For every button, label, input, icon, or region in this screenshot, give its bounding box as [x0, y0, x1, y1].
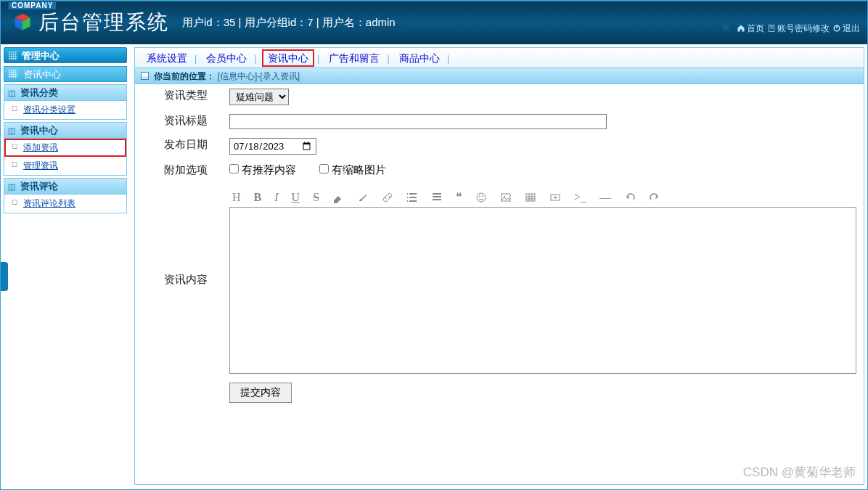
nav-system[interactable]: 系统设置	[142, 51, 192, 65]
note-icon	[767, 24, 776, 33]
menu-icon: ≡	[723, 22, 729, 35]
company-tag: COMPANY	[8, 1, 57, 10]
sidebar-item-comment-list[interactable]: 资讯评论列表	[4, 195, 126, 213]
password-label: 账号密码修改	[777, 23, 830, 35]
code-icon[interactable]: >_	[574, 191, 586, 204]
sidebar-group-comments: 资讯评论 资讯评论列表	[4, 178, 127, 213]
main-panel: 系统设置| 会员中心| 资讯中心| 广告和留言| 商品中心| 你当前的位置： […	[134, 47, 864, 485]
home-icon	[737, 24, 745, 33]
checkbox-thumb[interactable]	[319, 164, 329, 173]
home-label: 首页	[747, 23, 764, 35]
checkbox-recommend[interactable]	[229, 164, 239, 173]
select-type[interactable]: 疑难问题	[229, 89, 289, 105]
svg-rect-11	[501, 194, 510, 201]
home-link[interactable]: 首页	[737, 23, 764, 35]
top-nav: 系统设置| 会员中心| 资讯中心| 广告和留言| 商品中心|	[135, 48, 864, 68]
quote-icon[interactable]: ❝	[456, 190, 462, 204]
align-icon[interactable]	[431, 192, 443, 203]
video-icon[interactable]	[549, 192, 561, 203]
bold-icon[interactable]: B	[254, 191, 262, 204]
label-date: 发布日期	[135, 134, 222, 159]
system-title: 后台管理系统	[38, 9, 169, 36]
breadcrumb-label: 你当前的位置：	[154, 71, 215, 81]
label-content: 资讯内容	[135, 181, 222, 378]
sidebar-group-news-cat: 资讯分类 资讯分类设置	[4, 84, 127, 120]
power-icon	[832, 24, 841, 33]
group-head[interactable]: 资讯分类	[4, 85, 126, 101]
breadcrumb: 你当前的位置： [信息中心]-[录入资讯]	[135, 68, 864, 84]
underline-icon[interactable]: U	[292, 191, 300, 204]
emoji-icon[interactable]	[475, 192, 487, 203]
password-link[interactable]: 账号密码修改	[767, 23, 830, 35]
table-icon[interactable]	[525, 192, 536, 203]
nav-news[interactable]: 资讯中心	[262, 49, 314, 67]
strike-icon[interactable]: S	[313, 191, 319, 204]
opt-recommend[interactable]: 有推荐内容	[229, 163, 296, 176]
input-title[interactable]	[229, 114, 607, 129]
group-head[interactable]: 资讯评论	[4, 179, 126, 195]
nav-ads[interactable]: 广告和留言	[324, 51, 384, 65]
svg-marker-15	[554, 196, 557, 199]
exit-link[interactable]: 退出	[832, 23, 860, 35]
brush-icon[interactable]	[357, 192, 369, 203]
exit-label: 退出	[843, 23, 860, 35]
label-title: 资讯标题	[135, 110, 222, 134]
svg-point-8	[477, 193, 486, 202]
redo-icon[interactable]	[649, 192, 660, 203]
sidebar-item-manage-news[interactable]: 管理资讯	[4, 157, 126, 175]
svg-point-9	[479, 195, 480, 197]
editor-toolbar: H B I U S ❝	[229, 186, 856, 207]
label-options: 附加选项	[135, 159, 222, 181]
sidebar-section-head[interactable]: 资讯中心	[4, 66, 127, 82]
sidebar-item-cat-setting[interactable]: 资讯分类设置	[4, 101, 126, 119]
nav-goods[interactable]: 商品中心	[395, 51, 444, 65]
opt-thumb[interactable]: 有缩略图片	[319, 163, 386, 176]
italic-icon[interactable]: I	[274, 191, 278, 204]
editor-textarea[interactable]	[229, 207, 856, 374]
sidebar: 管理中心 资讯中心 资讯分类 资讯分类设置 资讯中心 添加资讯 管理资讯 资讯评…	[4, 47, 127, 485]
group-head[interactable]: 资讯中心	[4, 123, 126, 139]
svg-point-10	[482, 195, 483, 197]
eraser-icon[interactable]	[332, 192, 344, 203]
nav-member[interactable]: 会员中心	[202, 51, 251, 65]
logo-icon	[12, 12, 33, 33]
sidebar-group-news-center: 资讯中心 添加资讯 管理资讯	[4, 122, 127, 176]
image-icon[interactable]	[500, 192, 512, 203]
submit-button[interactable]: 提交内容	[229, 383, 292, 403]
list-icon[interactable]	[406, 192, 418, 203]
user-info-line: 用户id：35 | 用户分组id：7 | 用户名：admin	[182, 16, 396, 30]
label-type: 资讯类型	[135, 84, 222, 110]
sidebar-main-head[interactable]: 管理中心	[4, 47, 127, 63]
header-bar: 后台管理系统 用户id：35 | 用户分组id：7 | 用户名：admin ≡ …	[1, 1, 867, 44]
link-icon[interactable]	[382, 192, 393, 203]
undo-icon[interactable]	[624, 192, 636, 203]
heading-icon[interactable]: H	[232, 191, 241, 204]
svg-rect-13	[526, 194, 535, 201]
input-date[interactable]	[229, 138, 316, 155]
breadcrumb-icon	[141, 72, 149, 80]
hr-icon[interactable]: —	[599, 191, 611, 204]
sidebar-item-add-news[interactable]: 添加资讯	[4, 139, 126, 157]
breadcrumb-path: [信息中心]-[录入资讯]	[218, 71, 300, 81]
sidebar-collapse-handle[interactable]	[1, 262, 8, 291]
